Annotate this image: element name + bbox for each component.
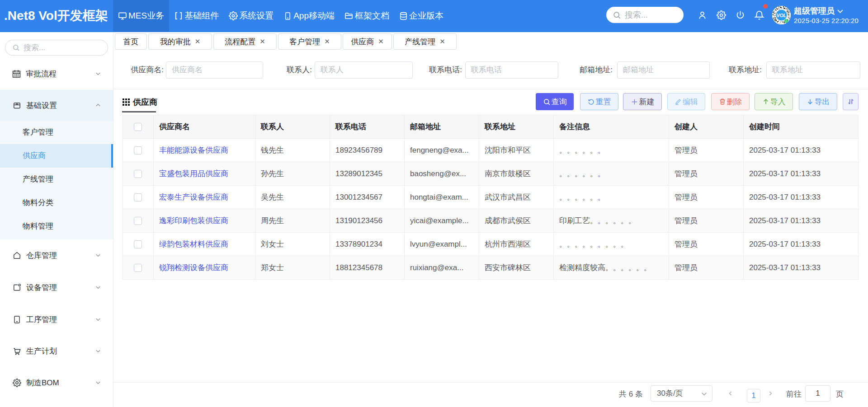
svg-text:✓: ✓ bbox=[785, 19, 787, 23]
svg-text:VOL: VOL bbox=[777, 13, 787, 18]
